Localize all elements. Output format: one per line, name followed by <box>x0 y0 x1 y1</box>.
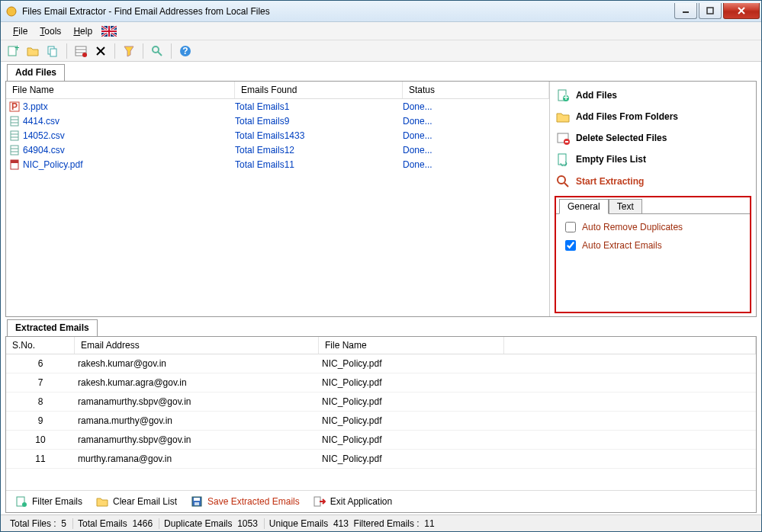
exit-icon <box>313 495 326 508</box>
menu-tools[interactable]: Tools <box>34 24 67 38</box>
file-list-header: File Name Emails Found Status <box>6 82 549 99</box>
emails-found-link[interactable]: Total Emails1 <box>235 101 289 112</box>
maximize-button[interactable] <box>699 3 722 19</box>
col-email[interactable]: Email Address <box>75 337 319 354</box>
email-row[interactable]: 11murthy.ramana@gov.inNIC_Policy.pdf <box>6 450 756 469</box>
tool-list-icon[interactable] <box>73 43 88 59</box>
emails-found-link[interactable]: Total Emails12 <box>235 145 294 155</box>
svg-point-0 <box>7 7 16 16</box>
col-emails-found[interactable]: Emails Found <box>235 82 403 98</box>
checkbox-remove-dup[interactable] <box>565 222 576 232</box>
extracted-list: S.No. Email Address File Name 6rakesh.ku… <box>6 337 756 490</box>
minimize-button[interactable] <box>674 3 697 19</box>
tab-add-files[interactable]: Add Files <box>7 64 65 81</box>
cell-file: NIC_Policy.pdf <box>319 396 756 407</box>
cell-email: ramanamurthy.sbpv@gov.in <box>75 396 319 407</box>
side-empty-button[interactable]: Empty Files List <box>555 149 751 170</box>
save-emails-button[interactable]: Save Extracted Emails <box>186 494 304 509</box>
svg-rect-47 <box>314 497 320 506</box>
email-row[interactable]: 9ramana.murthy@gov.inNIC_Policy.pdf <box>6 412 756 431</box>
col-file[interactable]: File Name <box>319 337 504 354</box>
cell-email: murthy.ramana@gov.in <box>75 453 319 464</box>
menu-file[interactable]: FFileile <box>7 24 34 38</box>
check-auto-extract-emails[interactable]: Auto Extract Emails <box>565 240 741 251</box>
tool-add-folder-icon[interactable] <box>25 43 40 59</box>
status-link[interactable]: Done... <box>403 159 432 170</box>
svg-rect-22 <box>11 117 18 126</box>
side-add-folder-button[interactable]: Add Files From Folders <box>555 106 751 127</box>
tab-extracted-emails[interactable]: Extracted Emails <box>7 319 98 336</box>
emails-found-link[interactable]: Total Emails11 <box>235 159 294 170</box>
col-sno[interactable]: S.No. <box>6 337 75 354</box>
app-window: Files Email Extractor - Find Email Addre… <box>0 0 762 532</box>
file-row[interactable]: 64904.csvTotal Emails12Done... <box>6 143 549 157</box>
status-link[interactable]: Done... <box>403 116 432 127</box>
cell-sno: 11 <box>6 453 75 464</box>
tool-help-icon[interactable]: ? <box>178 43 193 59</box>
tool-add-file-icon[interactable]: + <box>5 43 21 59</box>
file-name-link[interactable]: 4414.csv <box>23 116 59 127</box>
svg-text:+: + <box>14 45 19 53</box>
tab-text[interactable]: Text <box>609 199 642 214</box>
svg-line-41 <box>564 183 568 187</box>
status-link[interactable]: Done... <box>403 101 432 112</box>
delete-icon <box>556 131 570 145</box>
side-add-files-button[interactable]: + Add Files <box>555 85 751 106</box>
cell-file: NIC_Policy.pdf <box>319 453 756 464</box>
email-row[interactable]: 8ramanamurthy.sbpv@gov.inNIC_Policy.pdf <box>6 393 756 412</box>
email-row[interactable]: 10ramanamurthy.sbpv@gov.inNIC_Policy.pdf <box>6 431 756 450</box>
language-flag-icon[interactable] <box>101 26 117 37</box>
close-button[interactable] <box>723 3 760 19</box>
side-delete-button[interactable]: Delete Selected Files <box>555 127 751 149</box>
email-rows[interactable]: 6rakesh.kumar@gov.inNIC_Policy.pdf7rakes… <box>6 354 756 490</box>
clear-icon <box>96 495 108 508</box>
app-icon <box>5 5 18 18</box>
extracted-header: S.No. Email Address File Name <box>6 337 756 354</box>
tool-filter-icon[interactable] <box>121 43 137 59</box>
cell-email: rakesh.kumar@gov.in <box>75 358 319 369</box>
file-name-link[interactable]: 14052.csv <box>23 130 65 141</box>
content-area: Add Files File Name Emails Found Status … <box>1 62 761 514</box>
emails-found-link[interactable]: Total Emails9 <box>235 116 289 127</box>
check-auto-remove-duplicates[interactable]: Auto Remove Duplicates <box>565 222 741 232</box>
checkbox-auto-extract[interactable] <box>565 240 576 251</box>
tab-general[interactable]: General <box>559 199 609 214</box>
cell-sno: 8 <box>6 396 75 407</box>
status-total-emails: Total Emails 1466 <box>72 518 157 529</box>
file-row[interactable]: P3.pptxTotal Emails1Done... <box>6 99 549 114</box>
status-link[interactable]: Done... <box>403 145 432 155</box>
status-link[interactable]: Done... <box>403 130 432 141</box>
options-box: General Text Auto Remove Duplicates <box>555 196 751 313</box>
file-name-link[interactable]: 64904.csv <box>23 145 65 155</box>
tool-copy-icon[interactable] <box>45 43 60 59</box>
file-name-link[interactable]: 3.pptx <box>23 101 48 112</box>
menubar: FFileile Tools Help <box>1 22 761 40</box>
file-row[interactable]: 4414.csvTotal Emails9Done... <box>6 114 549 128</box>
email-row[interactable]: 7rakesh.kumar.agra@gov.inNIC_Policy.pdf <box>6 373 756 393</box>
svg-rect-2 <box>707 8 713 14</box>
clear-email-button[interactable]: Clear Email List <box>92 494 182 509</box>
search-icon <box>556 175 570 188</box>
start-extracting-button[interactable]: Start Extracting <box>555 170 751 193</box>
exit-button[interactable]: Exit Application <box>309 494 397 509</box>
svg-point-40 <box>558 176 565 184</box>
file-name-link[interactable]: NIC_Policy.pdf <box>23 159 82 170</box>
tool-delete-icon[interactable] <box>93 43 108 59</box>
add-files-section: Add Files File Name Emails Found Status … <box>5 65 757 317</box>
file-list: File Name Emails Found Status P3.pptxTot… <box>6 82 550 316</box>
svg-rect-32 <box>11 160 18 163</box>
cell-file: NIC_Policy.pdf <box>319 434 756 445</box>
file-row[interactable]: 14052.csvTotal Emails1433Done... <box>6 128 549 143</box>
menu-help[interactable]: Help <box>67 24 98 38</box>
tool-search-icon[interactable] <box>150 43 165 59</box>
filter-emails-button[interactable]: Filter Emails <box>11 494 87 509</box>
svg-rect-45 <box>194 498 200 501</box>
toolbar: + ? <box>1 40 761 62</box>
file-row[interactable]: NIC_Policy.pdfTotal Emails11Done... <box>6 157 549 171</box>
col-status[interactable]: Status <box>403 82 549 98</box>
toolbar-separator <box>114 43 115 59</box>
col-file-name[interactable]: File Name <box>6 82 235 98</box>
status-total-files: Total Files : 5 <box>5 518 71 529</box>
email-row[interactable]: 6rakesh.kumar@gov.inNIC_Policy.pdf <box>6 354 756 373</box>
emails-found-link[interactable]: Total Emails1433 <box>235 130 304 141</box>
